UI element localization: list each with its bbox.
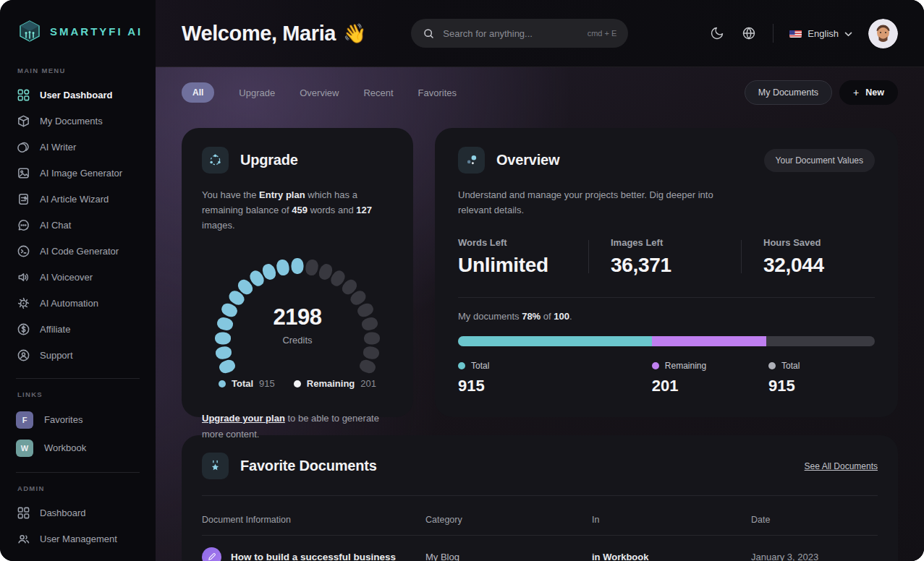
sidebar-item-label: Affiliate [40,324,70,335]
sidebar-item-admin-dashboard[interactable]: Dashboard [16,500,140,526]
topbar-divider [773,24,773,43]
legend-dot [768,362,776,369]
sidebar-item-my-documents[interactable]: My Documents [16,108,140,134]
credits-gauge: 2198 Credits [202,242,393,377]
filter-tabs: All Upgrade Overview Recent Favorites [182,82,457,103]
tab-favorites[interactable]: Favorites [418,87,457,98]
legend-dot [458,362,465,369]
dashboard-content: All Upgrade Overview Recent Favorites My… [156,67,924,561]
table-row[interactable]: How to build a successful business My Bl… [202,536,878,561]
writer-icon [16,140,30,154]
sidebar-item-ai-automation[interactable]: AI Automation [16,290,140,316]
workbook-badge: W [16,440,33,457]
tab-overview[interactable]: Overview [300,87,339,98]
document-values-pill[interactable]: Your Document Values [764,149,875,172]
favorite-documents-section: Favorite Documents See All Documents Doc… [182,435,898,561]
upgrade-card-title: Upgrade [240,152,298,168]
share-dots-icon [202,147,229,174]
sidebar-item-workbook[interactable]: W Workbook [16,434,140,462]
document-location: in Workbook [592,552,751,561]
stat-divider [741,240,742,273]
credits-gauge-center: 2198 Credits [202,304,393,346]
dollar-icon [16,322,30,336]
progress-legend-total: Total 915 [458,361,489,395]
progress-legend-total-2: Total 915 [768,361,800,395]
box-icon [16,114,30,128]
gear-icon [16,296,30,310]
filter-row: All Upgrade Overview Recent Favorites My… [182,82,898,103]
wave-emoji: 👋 [343,22,366,45]
topbar-actions: English [709,19,898,48]
my-documents-button[interactable]: My Documents [745,80,832,105]
code-icon [16,244,30,258]
sidebar-item-ai-voiceover[interactable]: AI Voiceover [16,264,140,290]
tab-upgrade[interactable]: Upgrade [239,87,275,98]
sidebar-item-support[interactable]: Support [16,342,140,368]
stat-hours-saved: Hours Saved 32,044 [763,237,872,277]
support-icon [16,348,30,362]
links-label: LINKS [17,390,140,398]
sidebar-item-affiliate[interactable]: Affiliate [16,316,140,342]
overview-divider [458,297,875,298]
see-all-documents-link[interactable]: See All Documents [805,461,878,471]
sidebar-item-user-management[interactable]: User Management [16,526,140,552]
main-menu-label: MAIN MENU [17,67,140,74]
search-icon [423,27,435,40]
table-header-row: Document Information Category In Date [202,505,878,535]
sidebar-item-ai-writer[interactable]: AI Writer [16,134,140,160]
overview-description: Understand and manage your projects bett… [458,188,740,218]
dark-mode-moon-icon[interactable] [709,25,725,41]
speaker-icon [16,270,30,284]
sidebar-divider [16,378,140,379]
sidebar-item-label: AI Image Generator [40,168,122,179]
article-icon [16,192,30,206]
overview-card-header: Overview Your Document Values [458,147,875,174]
chevron-down-icon [844,27,852,40]
image-icon [16,166,30,180]
column-date: Date [751,515,878,525]
sidebar-item-ai-article-wizard[interactable]: AI Article Wizard [16,186,140,212]
tab-all[interactable]: All [182,82,214,103]
favorite-documents-title: Favorite Documents [240,458,377,474]
pencil-icon [202,547,221,561]
user-avatar[interactable] [868,19,898,48]
dots-cluster-icon [458,147,485,174]
plus-icon: + [853,87,859,98]
search-input[interactable] [441,27,580,40]
dashboard-grid-icon [16,505,30,520]
admin-label: ADMIN [17,484,140,492]
legend-dot [219,380,226,387]
new-button-label: New [865,87,884,98]
sidebar-item-ai-code-generator[interactable]: AI Code Generator [16,238,140,264]
legend-remaining: Remaining 201 [294,378,376,389]
stat-divider [588,240,589,273]
sidebar-item-label: Favorites [44,414,82,425]
language-selector[interactable]: English [789,27,852,40]
brand-name: SMARTYFI AI [50,25,143,38]
progress-segment-remaining [652,336,766,346]
sidebar-item-ai-image-generator[interactable]: AI Image Generator [16,160,140,186]
stat-images-left: Images Left 36,371 [611,237,719,277]
upgrade-plan-link[interactable]: Upgrade your plan [202,413,285,424]
sidebar-item-ai-chat[interactable]: AI Chat [16,212,140,238]
sidebar-item-label: Dashboard [40,508,86,518]
globe-icon[interactable] [741,25,757,41]
legend-dot [652,362,659,369]
sidebar-item-favorites[interactable]: F Favorites [16,406,140,434]
sidebar-item-user-dashboard[interactable]: User Dashboard [16,82,140,108]
dashboard-grid-icon [16,87,30,102]
main-column: Welcome, Maria 👋 cmd + E [156,0,924,561]
tab-recent[interactable]: Recent [363,87,393,98]
my-documents-note: My documents 78% of 100. [458,311,875,322]
sidebar-item-label: AI Code Generator [40,246,119,257]
new-button[interactable]: + New [839,80,898,105]
column-category: Category [425,515,592,525]
sidebar-item-label: Support [40,350,73,361]
brand-logo: SMARTYFI AI [16,17,140,45]
overview-card: Overview Your Document Values Understand… [435,128,898,417]
sidebar-divider [16,472,140,473]
search-bar[interactable]: cmd + E [411,19,628,48]
documents-progress-bar [458,336,875,346]
star-sparkle-icon [202,453,229,479]
greeting-text: Welcome, Maria [182,22,336,46]
